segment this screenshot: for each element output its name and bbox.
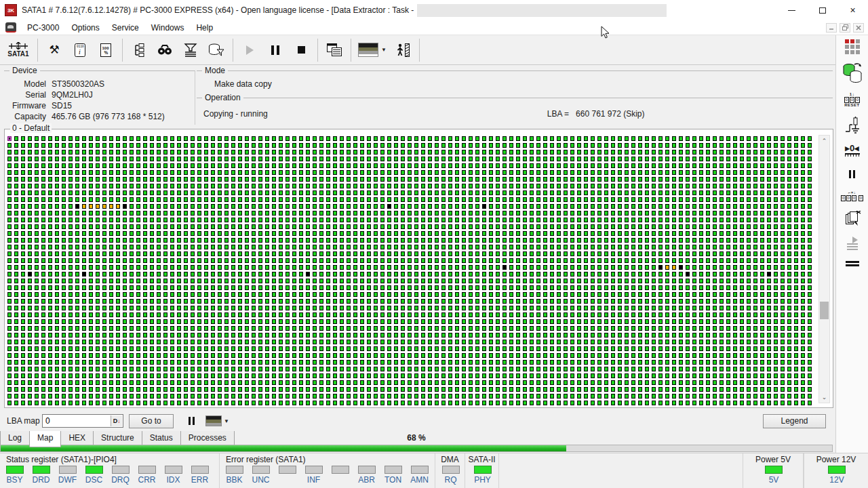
drive-tools-button[interactable]: ⚒: [41, 37, 67, 63]
led-cell-5v: 5V: [745, 466, 803, 485]
led-indicator-idx: [165, 466, 182, 474]
tasks-grid-button[interactable]: [839, 35, 866, 54]
device-field-serial: Serial9QM2LH0J: [4, 90, 195, 100]
map-view-button[interactable]: ▼: [355, 37, 390, 63]
operation-panel: Operation Copying - running LBA = 660 76…: [197, 98, 833, 125]
led-cell-dsc: DSC: [81, 466, 107, 485]
tab-map[interactable]: Map: [29, 431, 61, 447]
oscilloscope-button[interactable]: ▸0◂: [839, 144, 866, 157]
device-fields: ModelST3500320ASSerial9QM2LH0JFirmwareSD…: [4, 71, 195, 121]
mdi-minimize-button[interactable]: [826, 23, 837, 33]
device-panel: Device ModelST3500320ASSerial9QM2LH0JFir…: [4, 70, 195, 125]
device-field-value: ST3500320AS: [52, 79, 104, 89]
mode-panel-title: Mode: [202, 66, 228, 75]
window-title: SATA1 # 7.6.12(7.6.12.14278) # PC-3000 E…: [22, 5, 414, 15]
led-indicator-dwf: [59, 466, 77, 474]
sector-map-grid[interactable]: [6, 135, 814, 406]
percent-report-button[interactable]: 100%: [93, 37, 119, 63]
led-label: CRR: [138, 475, 156, 485]
stop-button[interactable]: [288, 37, 314, 63]
mdi-restore-button[interactable]: [840, 23, 850, 33]
tab-status[interactable]: Status: [142, 431, 181, 446]
scroll-thumb[interactable]: [820, 302, 829, 319]
scroll-down-arrow[interactable]: ⌄: [819, 392, 829, 403]
led-indicator-drq: [112, 466, 130, 474]
led-cell-bsy: BSY: [1, 466, 28, 485]
data-filter-button[interactable]: [203, 37, 229, 63]
legend-button[interactable]: Legend: [763, 414, 826, 428]
device-field-firmware: FirmwareSD15: [4, 101, 195, 110]
mdi-close-button[interactable]: [853, 23, 864, 33]
reset-label: RESET: [844, 103, 860, 108]
map-view-small-icon[interactable]: [205, 415, 222, 426]
search-button[interactable]: [152, 37, 178, 63]
close-pages-button[interactable]: [839, 211, 866, 228]
copy-windows-button[interactable]: [321, 37, 347, 63]
sata1-port-button[interactable]: SATA1: [3, 37, 34, 63]
close-button[interactable]: ×: [837, 0, 868, 20]
pause-icon: [849, 170, 855, 178]
power-circuit-button[interactable]: [839, 117, 866, 137]
map-scrollbar[interactable]: ⌃ ⌄: [818, 135, 830, 403]
menu-items: PC-3000OptionsServiceWindowsHelp: [21, 22, 219, 34]
tab-processes[interactable]: Processes: [180, 431, 235, 446]
led-indicator-blank: [279, 466, 296, 474]
menu-item-service[interactable]: Service: [106, 22, 145, 34]
error-register-group: Error register (SATA1) BBKUNCINFABRTONAM…: [220, 453, 435, 488]
sidebar-pause-button[interactable]: [839, 170, 866, 178]
led-cell-amn: AMN: [406, 466, 433, 485]
led-cell-blank: [327, 466, 353, 485]
pause-button[interactable]: [262, 37, 288, 63]
oscilloscope-zero-icon: ▸0◂: [845, 144, 859, 152]
lba-dropdown-button[interactable]: D↓: [111, 415, 122, 426]
registers-transfer-button[interactable]: ⌐×↓ 0000: [839, 190, 866, 201]
close-pages-icon: [844, 211, 861, 228]
minimize-button[interactable]: [776, 0, 807, 20]
status-register-title: Status register (SATA1)-[PIO4]: [0, 455, 219, 464]
led-cell-bbk: BBK: [221, 466, 248, 485]
led-label: IDX: [166, 475, 180, 485]
map-view-small-dropdown-icon[interactable]: ▼: [224, 418, 229, 424]
task-structure-button[interactable]: [126, 37, 152, 63]
goto-button[interactable]: Go to: [129, 414, 174, 428]
map-view-dropdown-icon[interactable]: ▼: [381, 47, 387, 53]
tab-structure[interactable]: Structure: [93, 431, 142, 446]
tab-hex[interactable]: HEX: [60, 431, 94, 446]
app-window: 3K SATA1 # 7.6.12(7.6.12.14278) # PC-300…: [0, 0, 868, 488]
map-pause-button[interactable]: [189, 417, 195, 425]
reset-arrow-icon: 1↓: [850, 92, 854, 97]
operation-status: Copying - running: [203, 109, 268, 119]
bottom-tabs: LogMapHEXStructureStatusProcesses: [0, 431, 835, 446]
toolbar-separator: [233, 39, 233, 62]
pause-icon: [271, 45, 279, 55]
lba-map-input[interactable]: [43, 415, 109, 426]
led-indicator-blank: [332, 466, 349, 474]
menu-item-windows[interactable]: Windows: [145, 22, 191, 34]
io-terminal-button[interactable]: [839, 261, 866, 266]
menu-item-options[interactable]: Options: [65, 22, 105, 34]
tab-log[interactable]: Log: [0, 431, 30, 446]
menu-item-pc-3000[interactable]: PC-3000: [21, 22, 65, 34]
filter-button[interactable]: [178, 37, 203, 63]
reset-zero-boxes-icon: 000: [844, 97, 860, 103]
lba-map-label: LBA map: [7, 416, 42, 426]
filter-run-button[interactable]: [839, 237, 866, 250]
led-indicator-dsc: [85, 466, 103, 474]
mdi-window-controls: [826, 23, 868, 33]
scroll-up-arrow[interactable]: ⌃: [819, 136, 829, 146]
utility-info-button[interactable]: 0110i: [67, 37, 93, 63]
start-button[interactable]: [237, 37, 262, 63]
play-icon: [246, 45, 254, 55]
menu-item-help[interactable]: Help: [190, 22, 219, 34]
led-indicator-crr: [138, 466, 156, 474]
led-cell-ton: TON: [380, 466, 406, 485]
reset-button[interactable]: 1↓ 000 RESET: [839, 92, 866, 107]
filter-lines-icon: [847, 243, 858, 250]
maximize-button[interactable]: [807, 0, 837, 20]
exit-task-button[interactable]: [390, 37, 416, 63]
power5-leds: 5V: [743, 466, 803, 485]
led-cell-crr: CRR: [134, 466, 160, 485]
copy-data-button[interactable]: [839, 62, 866, 84]
right-toolbar: 1↓ 000 RESET ▸0◂ ⌐×↓ 0000: [835, 35, 868, 453]
led-label: DRQ: [111, 475, 130, 485]
